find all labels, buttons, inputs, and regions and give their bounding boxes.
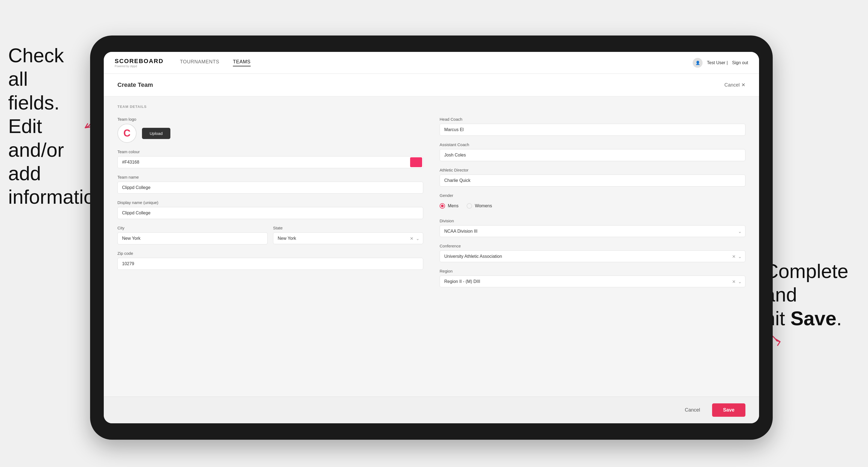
gender-mens[interactable]: Mens xyxy=(440,203,459,209)
gender-radio-group: Mens Womens xyxy=(440,200,745,212)
nav-teams[interactable]: TEAMS xyxy=(233,59,251,66)
state-clear-icon[interactable]: ✕ xyxy=(410,236,413,241)
state-select[interactable]: New York xyxy=(273,232,423,244)
state-label: State xyxy=(273,225,423,230)
head-coach-group: Head Coach xyxy=(440,117,745,136)
region-label: Region xyxy=(440,269,745,273)
city-input[interactable] xyxy=(117,232,268,244)
conference-label: Conference xyxy=(440,244,745,248)
team-colour-label: Team colour xyxy=(117,149,423,154)
city-group: City xyxy=(117,225,268,244)
tablet-frame: SCOREBOARD Powered by clippd TOURNAMENTS… xyxy=(90,35,773,440)
city-state-row: City State New York ✕ xyxy=(117,225,423,244)
user-avatar: 👤 xyxy=(693,58,703,68)
user-name: Test User | xyxy=(707,60,727,65)
conference-select-wrap: University Athletic Association ✕ ⌄ xyxy=(440,250,745,262)
assistant-coach-input[interactable] xyxy=(440,149,745,161)
division-label: Division xyxy=(440,218,745,223)
cancel-label[interactable]: Cancel xyxy=(724,82,740,88)
team-logo-label: Team logo xyxy=(117,117,423,122)
athletic-director-group: Athletic Director xyxy=(440,168,745,187)
womens-radio-dot[interactable] xyxy=(467,203,472,209)
head-coach-input[interactable] xyxy=(440,124,745,136)
display-name-input[interactable] xyxy=(117,207,423,219)
page-title: Create Team xyxy=(117,82,153,89)
division-group: Division NCAA Division III xyxy=(440,218,745,237)
form-right: Head Coach Assistant Coach Athletic Dire… xyxy=(440,117,745,287)
mens-label: Mens xyxy=(448,204,459,208)
athletic-director-input[interactable] xyxy=(440,175,745,187)
assistant-coach-group: Assistant Coach xyxy=(440,142,745,161)
womens-label: Womens xyxy=(475,204,492,208)
gender-label: Gender xyxy=(440,193,745,198)
state-group: State New York ✕ ⌄ xyxy=(273,225,423,244)
navbar: SCOREBOARD Powered by clippd TOURNAMENTS… xyxy=(104,52,759,74)
display-name-group: Display name (unique) xyxy=(117,200,423,219)
logo-letter: C xyxy=(123,128,130,139)
division-select-wrap: NCAA Division III xyxy=(440,225,745,237)
region-group: Region Region II - (M) DIII ✕ ⌄ xyxy=(440,269,745,287)
zip-label: Zip code xyxy=(117,251,423,256)
team-colour-group: Team colour xyxy=(117,149,423,168)
logo-circle: C xyxy=(117,124,136,143)
instruction-line2: Edit and/or add xyxy=(8,115,64,184)
nav-tournaments[interactable]: TOURNAMENTS xyxy=(180,59,219,66)
nav-right: 👤 Test User | Sign out xyxy=(693,58,748,68)
team-colour-input[interactable] xyxy=(117,156,423,168)
team-colour-wrap xyxy=(117,156,423,168)
team-name-label: Team name xyxy=(117,175,423,180)
form-layout: Team logo C Upload Team colour xyxy=(117,117,745,287)
team-logo-group: Team logo C Upload xyxy=(117,117,423,143)
assistant-coach-label: Assistant Coach xyxy=(440,142,745,147)
upload-button[interactable]: Upload xyxy=(142,128,170,139)
conference-group: Conference University Athletic Associati… xyxy=(440,244,745,262)
app-logo: SCOREBOARD xyxy=(115,58,163,65)
logo-area: SCOREBOARD Powered by clippd xyxy=(115,58,163,68)
division-select[interactable]: NCAA Division III xyxy=(440,225,745,237)
instruction-right-line1: Complete and xyxy=(764,260,848,306)
cancel-close[interactable]: Cancel ✕ xyxy=(724,82,745,88)
instruction-right: Complete and hit Save. xyxy=(764,259,846,330)
create-team-header: Create Team Cancel ✕ xyxy=(104,74,759,96)
display-name-label: Display name (unique) xyxy=(117,200,423,205)
logo-sub: Powered by clippd xyxy=(115,65,163,68)
gender-womens[interactable]: Womens xyxy=(467,203,492,209)
instruction-left: Check all fields. Edit and/or add inform… xyxy=(8,44,79,209)
team-details-section: TEAM DETAILS Team logo C Upload xyxy=(104,96,759,295)
instruction-line1: Check all fields. xyxy=(8,44,64,114)
region-clear-icon[interactable]: ✕ xyxy=(732,279,736,284)
close-icon[interactable]: ✕ xyxy=(741,82,745,88)
sign-out-link[interactable]: Sign out xyxy=(732,60,748,65)
form-left: Team logo C Upload Team colour xyxy=(117,117,423,287)
region-select-wrap: Region II - (M) DIII ✕ ⌄ xyxy=(440,276,745,287)
logo-upload-area: C Upload xyxy=(117,124,423,143)
form-footer: Cancel Save xyxy=(104,397,759,423)
state-select-wrap: New York ✕ ⌄ xyxy=(273,232,423,244)
team-name-input[interactable] xyxy=(117,182,423,194)
section-label: TEAM DETAILS xyxy=(117,104,745,109)
region-select[interactable]: Region II - (M) DIII xyxy=(440,276,745,287)
tablet-screen: SCOREBOARD Powered by clippd TOURNAMENTS… xyxy=(104,52,759,423)
head-coach-label: Head Coach xyxy=(440,117,745,122)
nav-links: TOURNAMENTS TEAMS xyxy=(180,59,693,66)
athletic-director-label: Athletic Director xyxy=(440,168,745,172)
zip-group: Zip code xyxy=(117,251,423,270)
conference-select[interactable]: University Athletic Association xyxy=(440,250,745,262)
zip-input[interactable] xyxy=(117,258,423,270)
content-area: Create Team Cancel ✕ TEAM DETAILS Team l… xyxy=(104,74,759,397)
team-name-group: Team name xyxy=(117,175,423,194)
conference-clear-icon[interactable]: ✕ xyxy=(732,254,736,259)
colour-swatch xyxy=(410,157,422,167)
gender-group: Gender Mens Womens xyxy=(440,193,745,212)
city-state-group: City State New York ✕ xyxy=(117,225,423,244)
city-label: City xyxy=(117,225,268,230)
save-button[interactable]: Save xyxy=(712,403,745,417)
cancel-button[interactable]: Cancel xyxy=(678,403,707,417)
mens-radio-dot[interactable] xyxy=(440,203,445,209)
